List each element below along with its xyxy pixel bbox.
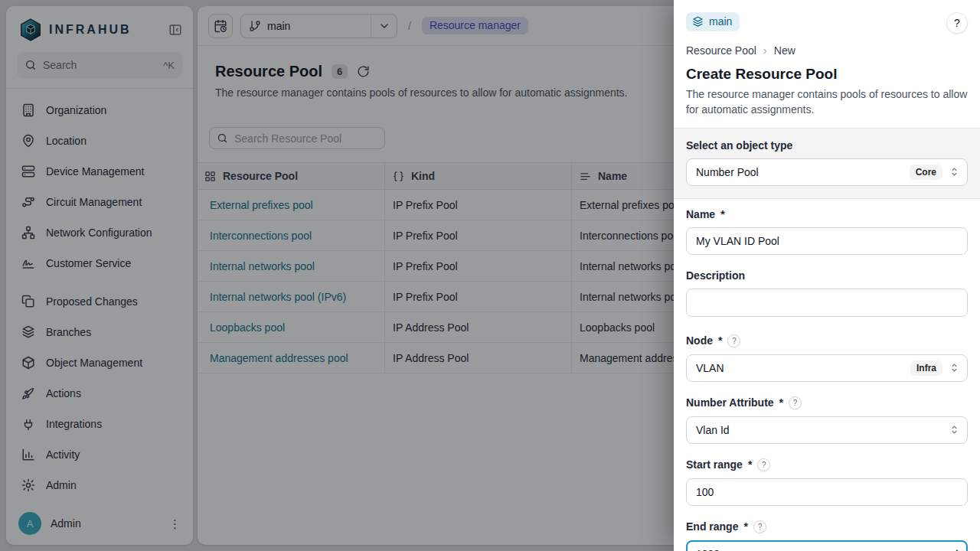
end-range-help-icon[interactable]: ? (753, 520, 766, 533)
end-range-input[interactable] (686, 540, 968, 551)
start-range-input[interactable] (686, 478, 968, 506)
chevron-right-icon: › (763, 44, 767, 57)
object-type-section: Select an object type Number Pool Core (674, 128, 980, 199)
required-mark: * (720, 208, 724, 220)
description-label: Description (686, 269, 745, 282)
number-attribute-select[interactable]: Vlan Id (686, 416, 968, 444)
field-description: Description (686, 269, 968, 320)
description-input[interactable] (686, 289, 968, 317)
namespace-badge-core: Core (910, 165, 942, 180)
drawer-breadcrumb: Resource Pool › New (686, 44, 968, 57)
chevrons-up-down-icon (949, 424, 960, 435)
chevrons-up-down-icon (949, 166, 960, 178)
start-range-label: Start range (686, 458, 743, 471)
create-form: Name * Description Node * ? VLAN Infra (674, 199, 980, 551)
chevrons-up-down-icon (949, 362, 960, 373)
object-type-value: Number Pool (696, 166, 903, 178)
name-label: Name (686, 208, 715, 220)
number-attribute-label: Number Attribute (686, 396, 774, 409)
required-mark: * (748, 458, 752, 471)
field-name: Name * (686, 208, 968, 255)
object-type-select[interactable]: Number Pool Core (686, 158, 968, 186)
node-label: Node (686, 334, 713, 347)
end-range-label: End range (686, 520, 738, 533)
required-mark: * (718, 334, 722, 347)
breadcrumb-resource-pool[interactable]: Resource Pool (686, 44, 756, 57)
number-attribute-value: Vlan Id (696, 424, 942, 436)
drawer-description: The resource manager contains pools of r… (686, 86, 968, 118)
field-start-range: Start range * ? (686, 458, 968, 506)
required-mark: * (743, 520, 747, 533)
drawer-header: main ? Resource Pool › New Create Resour… (674, 0, 980, 128)
number-attribute-help-icon[interactable]: ? (789, 396, 802, 409)
create-resource-pool-drawer: main ? Resource Pool › New Create Resour… (674, 0, 980, 551)
drawer-title: Create Resource Pool (686, 66, 968, 83)
breadcrumb-new: New (774, 44, 795, 57)
drawer-branch-badge: main (686, 12, 740, 31)
object-type-label: Select an object type (686, 139, 792, 152)
field-end-range: End range * ? (686, 520, 968, 551)
drawer-branch-label: main (709, 15, 732, 28)
node-value: VLAN (696, 362, 904, 374)
required-mark: * (779, 396, 783, 409)
name-input[interactable] (686, 227, 968, 255)
node-help-icon[interactable]: ? (727, 334, 740, 347)
field-node: Node * ? VLAN Infra (686, 334, 968, 382)
start-range-help-icon[interactable]: ? (757, 458, 770, 471)
node-select[interactable]: VLAN Infra (686, 354, 968, 382)
namespace-badge-infra: Infra (910, 360, 942, 376)
layers-icon (692, 16, 704, 28)
help-button[interactable]: ? (946, 12, 968, 34)
field-number-attribute: Number Attribute * ? Vlan Id (686, 396, 968, 444)
